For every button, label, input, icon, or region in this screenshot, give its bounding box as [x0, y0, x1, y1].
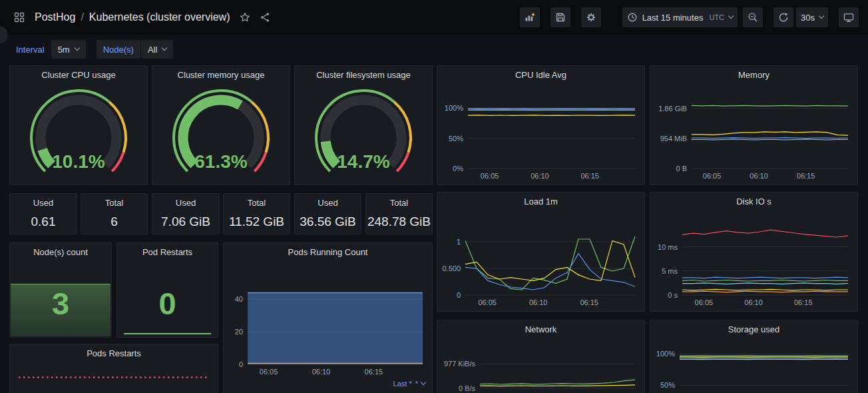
breadcrumb-folder[interactable]: PostHog [35, 11, 75, 23]
panel-cpu-used: Used 0.61 [9, 193, 77, 234]
grafana-kubernetes-dashboard: PostHog / Kubernetes (cluster overview) [0, 0, 868, 393]
breadcrumb: PostHog / Kubernetes (cluster overview) [35, 11, 230, 23]
load-1m-chart: 10.500006:0506:1006:15 [441, 212, 640, 308]
svg-text:06:10: 06:10 [744, 298, 763, 306]
chevron-down-icon [421, 380, 426, 385]
nodes-variable-label: Node(s) [103, 45, 134, 55]
interval-variable-select[interactable]: 5m [51, 40, 86, 59]
panel-title[interactable]: Storage used [650, 320, 857, 339]
top-nav: PostHog / Kubernetes (cluster overview) [0, 0, 868, 35]
panel-title[interactable]: Memory [650, 66, 857, 85]
pods-restarts-chart [14, 364, 214, 393]
save-dashboard-button[interactable] [550, 7, 570, 27]
dashboard-variables-bar: Interval 5m Node(s) All [0, 35, 868, 64]
refresh-icon [778, 12, 789, 23]
refresh-dashboard-button[interactable] [773, 7, 793, 27]
chevron-down-icon [819, 13, 824, 19]
panel-filesystem-total: Total 248.78 GiB [365, 193, 433, 234]
panel-storage-used: Storage used 100%50% [650, 320, 858, 393]
svg-text:1: 1 [457, 238, 461, 246]
nodes-variable-select[interactable]: All [141, 40, 173, 59]
svg-text:06:15: 06:15 [794, 298, 813, 306]
panel-title[interactable]: Used [152, 194, 219, 212]
cpu-used-value: 0.61 [10, 214, 77, 229]
cluster-memory-gauge-value: 61.3% [152, 151, 290, 173]
filesystem-total-value: 248.78 GiB [366, 214, 432, 229]
pods-running-count-chart: 4020006:0506:1006:15 [228, 263, 428, 378]
monitor-icon [843, 12, 854, 23]
time-range-picker[interactable]: Last 15 minutes UTC [622, 7, 738, 27]
svg-text:100%: 100% [445, 104, 463, 112]
refresh-interval-picker[interactable]: 30s [796, 7, 828, 27]
panel-cluster-cpu-usage: Cluster CPU usage 10.1% [9, 65, 148, 185]
zoom-out-icon [748, 12, 758, 23]
share-dashboard-button[interactable] [255, 7, 275, 27]
chevron-down-icon [162, 45, 167, 51]
panel-disk-io: Disk IO s 10 ms5 ms0 s06:0506:1006:15 [650, 192, 858, 312]
panel-title[interactable]: CPU Idle Avg [437, 66, 644, 85]
storage-used-chart: 100%50% [654, 340, 853, 392]
cluster-cpu-gauge-value: 10.1% [10, 151, 147, 173]
panel-title[interactable]: Node(s) count [10, 243, 111, 262]
favorite-dashboard-button[interactable] [235, 7, 255, 27]
svg-text:06:05: 06:05 [481, 172, 499, 180]
dashboard-settings-button[interactable] [581, 7, 601, 27]
share-icon [260, 12, 270, 23]
panel-title[interactable]: Pods Running Count [224, 243, 432, 262]
svg-text:50%: 50% [660, 381, 675, 389]
panel-title[interactable]: Load 1m [437, 193, 644, 211]
panel-title[interactable]: Pods Restarts [10, 344, 218, 363]
panel-title[interactable]: Cluster filesystem usage [295, 66, 432, 85]
pod-restarts-value: 0 [117, 282, 218, 324]
panel-cluster-memory-usage: Cluster memory usage 61.3% [152, 65, 290, 185]
apps-menu-button[interactable] [9, 7, 29, 27]
timezone-label: UTC [709, 13, 724, 21]
panel-filesystem-used: Used 36.56 GiB [294, 193, 361, 234]
gear-icon [586, 12, 596, 23]
panel-title[interactable]: Cluster memory usage [152, 66, 290, 85]
svg-text:06:15: 06:15 [797, 172, 815, 180]
zoom-out-time-button[interactable] [743, 7, 763, 27]
breadcrumb-dashboard-title: Kubernetes (cluster overview) [89, 11, 230, 23]
svg-text:06:05: 06:05 [703, 172, 722, 180]
svg-text:20: 20 [235, 328, 243, 336]
svg-text:0: 0 [239, 360, 243, 368]
panel-title[interactable]: Network [437, 320, 644, 339]
svg-text:06:15: 06:15 [580, 298, 598, 306]
panel-title[interactable]: Used [295, 194, 361, 212]
add-panel-button[interactable] [520, 7, 540, 27]
svg-text:100%: 100% [656, 350, 675, 358]
panel-title[interactable]: Cluster CPU usage [10, 66, 147, 85]
nav-actions: Last 15 minutes UTC 30s [520, 7, 859, 27]
panel-cpu-idle-avg: CPU Idle Avg 100%50%0%06:0506:1006:15 [437, 65, 645, 185]
svg-text:0 B/s: 0 B/s [459, 384, 476, 392]
svg-text:0 s: 0 s [668, 291, 678, 299]
pods-running-legend[interactable]: Last * * [393, 380, 425, 388]
svg-text:954 MiB: 954 MiB [660, 135, 687, 143]
legend-label: Last * [393, 380, 412, 388]
svg-text:06:10: 06:10 [312, 368, 331, 376]
refresh-interval-label: 30s [801, 13, 815, 23]
svg-text:0 B: 0 B [676, 165, 687, 173]
svg-text:06:15: 06:15 [365, 368, 383, 376]
panel-network: Network 977 KiB/s0 B/s [437, 320, 645, 393]
panel-cluster-filesystem-usage: Cluster filesystem usage 14.7% [294, 65, 433, 185]
panel-title[interactable]: Total [81, 194, 147, 212]
panel-memory-total: Total 11.52 GiB [223, 193, 290, 234]
pod-restarts-sparkline [124, 333, 211, 334]
panel-title[interactable]: Pod Restarts [117, 243, 218, 262]
grid-icon [14, 12, 25, 23]
cpu-total-value: 6 [81, 214, 147, 229]
nodes-count-value: 3 [10, 282, 111, 324]
panel-title[interactable]: Used [10, 194, 77, 212]
panel-title[interactable]: Total [366, 194, 432, 212]
panel-pod-restarts: Pod Restarts 0 [116, 242, 218, 338]
cpu-idle-avg-chart: 100%50%0%06:0506:1006:15 [441, 86, 640, 182]
panel-title[interactable]: Disk IO s [650, 193, 857, 211]
panel-title[interactable]: Total [224, 194, 290, 212]
svg-text:5 ms: 5 ms [662, 267, 678, 275]
save-icon [555, 12, 566, 23]
cycle-view-mode-button[interactable] [839, 7, 859, 27]
add-panel-icon [525, 12, 535, 23]
panel-cpu-total: Total 6 [81, 193, 148, 234]
